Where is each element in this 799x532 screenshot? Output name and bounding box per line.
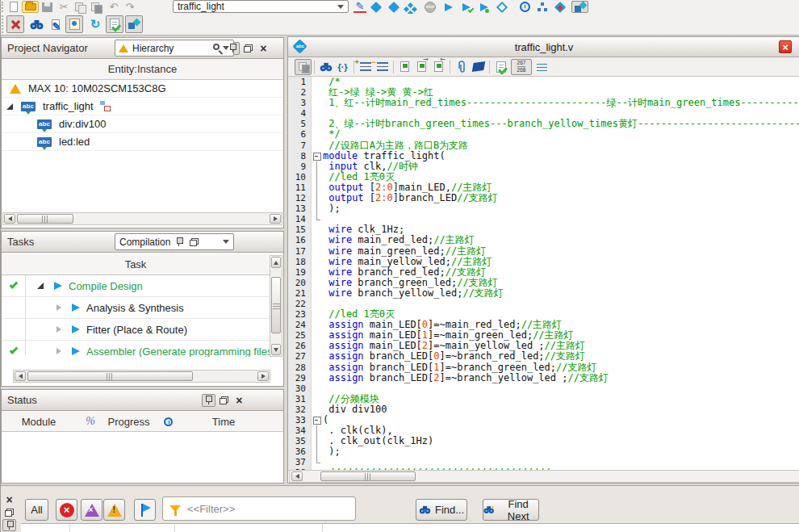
code-line[interactable]: 21 wire branch_yellow_led;//支路灯 — [288, 288, 799, 299]
code-line[interactable]: 8module traffic_light( — [288, 151, 799, 161]
code-line[interactable]: 25 assign main_LED[1]=~main_green_led;//… — [288, 330, 799, 341]
programmer-window-icon[interactable] — [125, 15, 143, 33]
filter-errors-button[interactable] — [56, 499, 77, 521]
scroll-thumb[interactable] — [27, 371, 193, 381]
paperclip-icon[interactable] — [453, 59, 470, 75]
expander-icon[interactable] — [56, 326, 61, 333]
rapid-recompile-icon[interactable] — [496, 1, 508, 13]
partition-icon[interactable] — [405, 1, 418, 13]
tree-item[interactable]: abcled:led — [2, 133, 283, 151]
expander-icon[interactable] — [37, 283, 44, 289]
find-binoculars-icon[interactable] — [317, 59, 334, 75]
bookmark-icon[interactable] — [396, 59, 413, 75]
close-button[interactable] — [2, 493, 16, 505]
run-task-icon[interactable] — [54, 282, 62, 290]
editor-hscrollbar[interactable] — [289, 470, 799, 483]
float-button[interactable] — [217, 394, 231, 407]
tasks-vscrollbar[interactable] — [270, 255, 282, 357]
task-row[interactable]: Fitter (Place & Route) — [2, 319, 270, 341]
copy-icon[interactable] — [73, 1, 86, 13]
code-line[interactable]: 14 — [288, 214, 799, 224]
expander-icon[interactable] — [56, 348, 61, 354]
filter-flags-button[interactable] — [134, 499, 156, 521]
toolbar-grip[interactable] — [2, 2, 4, 12]
scroll-up-button[interactable] — [271, 257, 281, 268]
code-line[interactable]: 36 ); — [288, 446, 799, 457]
expander-icon[interactable] — [6, 103, 13, 110]
code-line[interactable]: 7 //设路口A为主路，路口B为支路 — [288, 140, 799, 151]
code-line[interactable]: 23 //led 1亮0灭 — [288, 309, 799, 320]
duplicate-file-icon[interactable] — [295, 59, 312, 75]
scroll-right-button[interactable] — [270, 214, 281, 224]
find-button[interactable]: Find... — [416, 499, 467, 521]
new-file-button[interactable] — [7, 1, 20, 13]
start-compilation-icon[interactable] — [442, 1, 455, 13]
close-button[interactable] — [257, 42, 270, 55]
message-list[interactable] — [21, 523, 799, 532]
scroll-down-button[interactable] — [271, 344, 281, 355]
cut-icon[interactable]: ✂ — [57, 1, 70, 13]
scroll-left-button[interactable] — [15, 371, 26, 381]
code-line[interactable]: 22 — [288, 299, 799, 309]
analyze-file-icon[interactable] — [492, 59, 509, 75]
float-button[interactable] — [241, 42, 255, 55]
pin-button[interactable] — [202, 394, 215, 407]
code-line[interactable]: 34 . clk(clk), — [288, 425, 799, 436]
filter-warnings-button[interactable] — [103, 499, 125, 521]
code-line[interactable]: 26 assign main_LED[2]=~main_yellow_led ;… — [288, 341, 799, 351]
run-task-icon[interactable] — [72, 304, 80, 312]
code-line[interactable]: 24 assign main_LED[0]=~main_red_led;//主路… — [288, 320, 799, 330]
editor-titlebar[interactable]: traffic_light.v — [288, 37, 799, 57]
replace-braces-icon[interactable]: {·} — [334, 59, 351, 75]
redo-icon[interactable]: ↷ — [123, 1, 136, 13]
code-line[interactable]: 9 input clk,//时钟 — [288, 161, 799, 172]
design-partition-icon[interactable] — [554, 1, 567, 13]
pn-hscrollbar[interactable] — [2, 212, 282, 225]
column-progress[interactable]: Progress — [107, 411, 151, 432]
scroll-thumb[interactable] — [320, 471, 416, 481]
code-line[interactable]: 35 . clk_out(clk_1Hz) — [288, 436, 799, 446]
code-line[interactable]: 10 //led 1亮0灭 — [288, 172, 799, 182]
code-line[interactable]: 13 ); — [288, 203, 799, 214]
code-line[interactable]: 27 assign branch_LED[0]=~branch_red_led;… — [288, 351, 799, 362]
run-task-icon[interactable] — [72, 347, 80, 355]
close-editor-button[interactable] — [779, 40, 792, 53]
find-binoculars-icon[interactable] — [27, 15, 45, 33]
start-fitter-icon[interactable] — [478, 1, 491, 13]
stop-icon[interactable]: STOP — [424, 1, 437, 13]
refresh-icon[interactable]: ↻ — [86, 15, 104, 33]
undo-icon[interactable]: ↶ — [107, 1, 120, 13]
code-line[interactable]: 19 wire branch_red_led;//支路灯 — [288, 267, 799, 278]
find-next-button[interactable]: Find Next — [483, 499, 539, 521]
task-row[interactable]: Analysis & Synthesis — [2, 297, 270, 319]
decrease-indent-icon[interactable] — [374, 59, 391, 75]
code-line[interactable]: 17 wire main_green_led;//主路灯 — [288, 246, 799, 257]
netlist-viewer-icon[interactable] — [536, 1, 549, 13]
tree-item[interactable]: MAX 10: 10M02SCM153C8G — [2, 80, 283, 98]
code-line[interactable]: 30 — [288, 383, 799, 394]
timing-analysis-icon[interactable] — [387, 1, 400, 13]
float-button[interactable] — [2, 506, 16, 518]
programmer-icon[interactable] — [571, 1, 588, 13]
wrap-lines-icon[interactable] — [533, 59, 550, 75]
fold-toggle-icon[interactable] — [312, 415, 323, 425]
compile-design-icon[interactable] — [370, 1, 383, 13]
filter-input[interactable] — [181, 503, 355, 515]
filter-all-button[interactable]: All — [25, 499, 48, 521]
checked-document-icon[interactable] — [106, 15, 123, 33]
expander-icon[interactable] — [56, 304, 61, 311]
paste-icon[interactable] — [90, 1, 102, 13]
scroll-thumb[interactable] — [271, 277, 281, 333]
code-line[interactable]: 11 output [2:0]main_LED,//主路灯 — [288, 182, 799, 193]
timing-clock-icon[interactable] — [518, 1, 531, 13]
task-row[interactable]: Assembler (Generate programming files) — [2, 341, 270, 357]
code-line[interactable]: 15 wire clk_1Hz; — [288, 224, 799, 235]
scroll-left-button[interactable] — [4, 214, 15, 224]
code-line[interactable]: 6 */ — [288, 129, 799, 140]
tree-item[interactable]: abcdiv:div100 — [2, 115, 283, 133]
code-line[interactable]: 16 wire main_red_led;//主路灯 — [288, 235, 799, 245]
task-row[interactable]: Compile Design — [2, 275, 270, 297]
code-line[interactable]: 31 //分频模块 — [288, 394, 799, 404]
entity-instance-header[interactable]: Entity:Instance — [2, 59, 283, 80]
scroll-right-button[interactable] — [257, 371, 269, 381]
